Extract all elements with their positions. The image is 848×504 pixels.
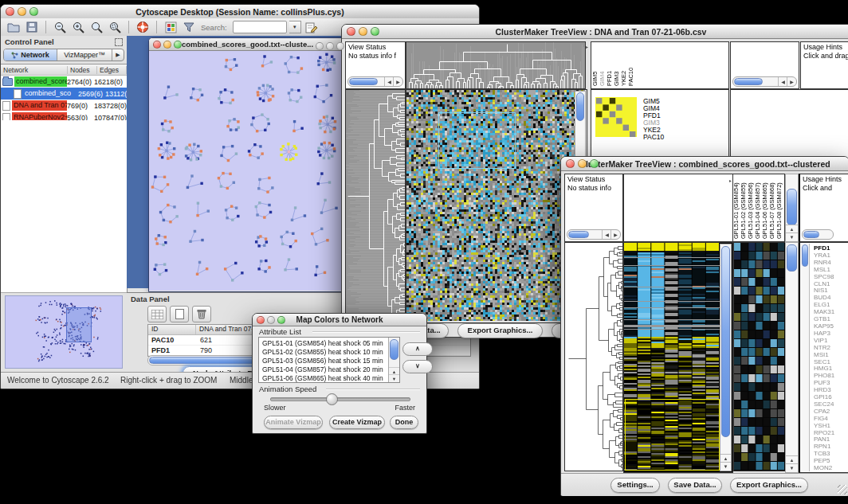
scrollbar-thumb[interactable] xyxy=(734,78,763,85)
gene-label[interactable]: PAC10 xyxy=(643,134,664,141)
scroll-down-icon[interactable]: ▼ xyxy=(720,462,731,471)
scroll-right-icon[interactable]: ▶ xyxy=(787,77,796,86)
main-title-bar[interactable]: Cytoscape Desktop (Session Name: collins… xyxy=(1,5,479,19)
attribute-item[interactable]: GPL51-01 (GSM854) heat shock 05 min xyxy=(262,339,399,348)
minimize-icon[interactable] xyxy=(359,27,367,36)
scroll-down-icon[interactable]: ▼ xyxy=(786,232,798,241)
annotation-icon[interactable] xyxy=(304,20,320,34)
column-label[interactable]: GPL51-01 (GSM854) xyxy=(733,182,740,239)
list-vscrollbar[interactable]: ▲ ▼ xyxy=(388,338,399,382)
done-button[interactable]: Done xyxy=(390,416,418,429)
hscrollbar[interactable]: ◀▶ xyxy=(347,76,403,87)
column-label[interactable]: GPL51-06 (GSM865) xyxy=(761,182,768,239)
hscrollbar[interactable] xyxy=(802,229,834,240)
treeview2-title-bar[interactable]: ClusterMaker TreeView : combined_scores_… xyxy=(561,157,848,171)
scroll-down-icon[interactable]: ▼ xyxy=(786,463,798,472)
scrollbar-thumb[interactable] xyxy=(721,246,730,437)
settings-button[interactable]: Settings... xyxy=(610,478,660,493)
attribute-item[interactable]: GPL51-02 (GSM855) heat shock 10 min xyxy=(262,348,399,357)
table-row[interactable]: combined_scores 2764(0) 16218(0) xyxy=(1,76,127,88)
resize-grip[interactable] xyxy=(838,485,847,494)
help-ring-icon[interactable] xyxy=(135,20,151,34)
overview-viewport-rect[interactable] xyxy=(66,307,92,342)
trash-icon[interactable] xyxy=(192,306,211,322)
zoom-vscrollbar[interactable]: ▲ ▼ xyxy=(785,242,799,473)
scrollbar-thumb[interactable] xyxy=(390,339,398,360)
minimize-icon[interactable] xyxy=(578,159,587,168)
scroll-right-icon[interactable]: ▶ xyxy=(393,77,402,86)
search-input[interactable] xyxy=(233,21,287,33)
zoom-window-icon[interactable] xyxy=(336,42,344,50)
minimize-icon[interactable] xyxy=(326,42,334,50)
create-vizmap-button[interactable]: Create Vizmap xyxy=(329,416,385,429)
heatmap-vscrollbar[interactable]: ▲ ▼ xyxy=(720,244,732,471)
network-overview-thumbnail[interactable] xyxy=(5,295,123,369)
hscrollbar[interactable]: ◀▶ xyxy=(732,76,797,87)
vizmapper-icon[interactable] xyxy=(163,20,179,34)
search-dropdown-icon[interactable]: ▼ xyxy=(289,21,301,33)
column-label[interactable]: GIM5 xyxy=(591,72,599,86)
minimize-icon[interactable] xyxy=(163,41,171,49)
move-down-button[interactable]: ∨ xyxy=(402,360,433,373)
speed-slider-track[interactable] xyxy=(270,397,410,401)
column-label[interactable]: GPL51-04 (GSM857) xyxy=(754,182,761,239)
filter-icon[interactable] xyxy=(181,20,197,34)
column-tree-panel[interactable]: ▸ xyxy=(623,174,733,242)
scrollbar-thumb[interactable] xyxy=(803,231,819,238)
column-label[interactable]: GPL51-02 (GSM855) xyxy=(740,182,747,239)
attribute-item[interactable]: GPL51-04 (GSM857) heat shock 20 min xyxy=(262,365,399,374)
float-panel-icon[interactable] xyxy=(115,38,123,46)
treeview1-title-bar[interactable]: ClusterMaker TreeView : DNA and Tran 07-… xyxy=(342,25,848,39)
table-row-selected[interactable]: combined_sco 2569(6) 13112(15) xyxy=(1,88,127,100)
zoom-window-icon[interactable] xyxy=(174,41,182,49)
scroll-right-icon[interactable]: ▶ xyxy=(610,230,620,239)
open-folder-icon[interactable] xyxy=(6,20,22,34)
zoom-window-icon[interactable] xyxy=(371,27,379,36)
column-label[interactable]: GIM4 xyxy=(599,72,606,86)
column-label[interactable]: GPL51-08 (GSM872) xyxy=(775,182,783,239)
export-graphics-button[interactable]: Export Graphics... xyxy=(730,478,808,493)
zoom-heatmap-canvas[interactable] xyxy=(733,242,786,471)
tab-overflow-icon[interactable]: ▶ xyxy=(112,49,124,61)
minimize-icon[interactable] xyxy=(18,7,26,16)
scrollbar-thumb[interactable] xyxy=(349,78,378,85)
heatmap-canvas[interactable] xyxy=(406,90,585,321)
splitter-arrow-icon[interactable]: ▸ xyxy=(729,178,732,183)
attribute-item[interactable]: GPL51-03 (GSM856) heat shock 15 min xyxy=(262,357,399,365)
scrollbar-thumb[interactable] xyxy=(787,244,797,272)
close-icon[interactable] xyxy=(6,7,14,16)
table-row[interactable]: DNA and Tran 07 769(0) 183728(0) xyxy=(1,100,127,111)
zoom-in-icon[interactable] xyxy=(70,20,86,34)
close-icon[interactable] xyxy=(347,27,355,36)
gene-list-vscrollbar[interactable] xyxy=(801,244,810,471)
scrollbar-thumb[interactable] xyxy=(802,244,808,267)
column-dendrogram[interactable] xyxy=(406,41,586,89)
hscrollbar[interactable]: ◀▶ xyxy=(567,229,621,240)
scrollbar-thumb[interactable] xyxy=(576,92,584,121)
close-icon[interactable] xyxy=(316,42,324,50)
tab-network[interactable]: Network xyxy=(4,49,57,61)
gene-dendrogram[interactable] xyxy=(345,89,406,322)
attribute-table-icon[interactable] xyxy=(147,306,167,322)
heatmap-canvas[interactable] xyxy=(624,243,720,471)
zoom-fit-icon[interactable] xyxy=(88,20,104,34)
zoom-heatmap-canvas[interactable] xyxy=(595,97,637,137)
column-label[interactable]: PFD1 xyxy=(606,71,613,86)
zoom-window-icon[interactable] xyxy=(277,316,285,324)
new-attribute-icon[interactable] xyxy=(170,306,189,322)
gene-label[interactable]: MON2 xyxy=(814,465,834,472)
scroll-down-icon[interactable]: ▼ xyxy=(389,374,399,382)
network-window-1[interactable]: combined_scores_good.txt--cluste... xyxy=(148,37,347,292)
close-icon[interactable] xyxy=(257,316,265,324)
zoom-window-icon[interactable] xyxy=(29,7,38,16)
dialog-title-bar[interactable]: Map Colors to Network xyxy=(253,314,426,326)
export-graphics-button[interactable]: Export Graphics... xyxy=(457,323,543,338)
column-label[interactable]: GPL51-03 (GSM856) xyxy=(747,182,754,239)
zoom-out-icon[interactable] xyxy=(52,20,68,34)
label-vscrollbar[interactable]: ▲ ▼ xyxy=(785,174,799,242)
move-up-button[interactable]: ∧ xyxy=(402,342,433,356)
save-data-button[interactable]: Save Data... xyxy=(668,478,722,493)
column-label[interactable]: PAC10 xyxy=(627,68,634,86)
zoom-window-icon[interactable] xyxy=(590,159,599,168)
zoom-selected-icon[interactable] xyxy=(107,20,123,34)
